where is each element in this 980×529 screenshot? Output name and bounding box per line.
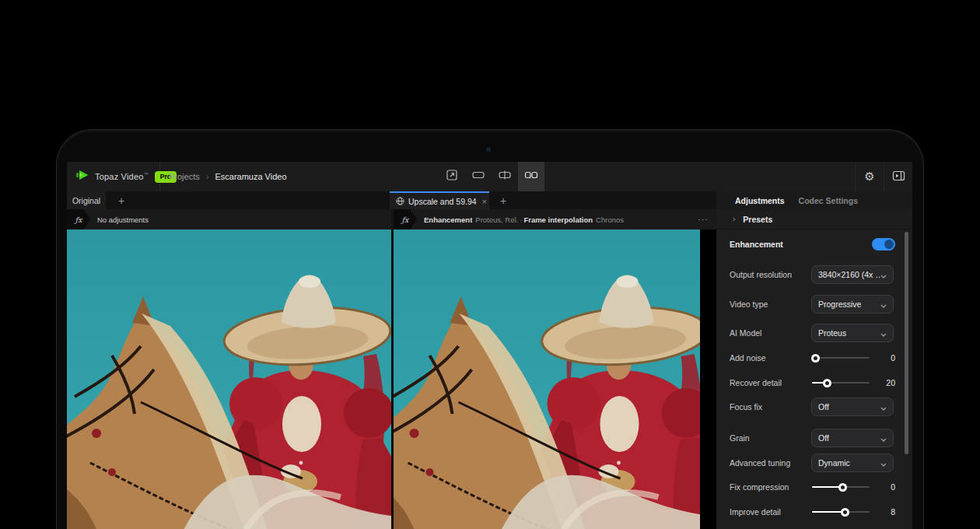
- dropdown-value: Off: [818, 433, 829, 443]
- control-label: Advanced tuning: [730, 458, 790, 468]
- control-label: Recover detail: [730, 378, 782, 387]
- enhancement-toggle[interactable]: [872, 238, 895, 250]
- fit-view-icon: [446, 169, 458, 184]
- breadcrumb-projects-link[interactable]: Projects: [169, 172, 200, 181]
- no-adjustments-label: No adjustments: [97, 215, 149, 224]
- panel-toggle-icon: [892, 170, 905, 184]
- close-tab-icon[interactable]: ×: [481, 197, 488, 206]
- add-tab-button-right[interactable]: +: [494, 191, 513, 209]
- ai-sphere-icon: [396, 194, 404, 208]
- chevron-down-icon: [880, 326, 887, 340]
- fit-view-button[interactable]: [439, 162, 465, 191]
- tab-original[interactable]: Original: [67, 191, 106, 209]
- control-label: AI Model: [730, 328, 761, 338]
- interpolation-filter-value: Chronos: [596, 215, 624, 224]
- dropdown-value: Proteus: [818, 328, 846, 338]
- original-filter-bar: ƒx No adjustments: [67, 209, 391, 229]
- export-panel-toggle-button[interactable]: [884, 162, 912, 191]
- fix-compression-slider[interactable]: [812, 478, 870, 496]
- app-logo: Topaz Video™ Pro: [67, 162, 160, 191]
- slider-thumb[interactable]: [811, 354, 820, 363]
- side-by-side-view-icon: [524, 170, 538, 184]
- focus-fix-row: Focus fix Off: [716, 398, 912, 416]
- original-video-preview[interactable]: [67, 229, 391, 529]
- content-area: Enhancement Output resolution 3840×2160 …: [67, 229, 912, 529]
- add-tab-button-left[interactable]: +: [112, 191, 131, 209]
- control-label: Focus fix: [730, 402, 762, 412]
- tabs-row: Original + Upscale and 59.94 × +: [67, 191, 912, 209]
- ai-model-row: AI Model Proteus: [716, 324, 912, 342]
- filter-row: ƒx No adjustments ƒx Enhancement Proteus…: [67, 209, 912, 229]
- brand-name: Topaz Video™: [95, 172, 149, 181]
- video-type-dropdown[interactable]: Progressive: [811, 295, 894, 314]
- output-resolution-row: Output resolution 3840×2160 (4x …: [716, 265, 912, 284]
- more-options-icon[interactable]: ···: [698, 215, 709, 224]
- video-letterbox: [700, 229, 716, 529]
- grain-row: Grain Off: [716, 429, 912, 447]
- recover-detail-slider[interactable]: [812, 373, 870, 392]
- side-by-side-view-button[interactable]: [518, 162, 544, 191]
- topaz-video-app-window: Topaz Video™ Pro Projects › Escaramuza V…: [67, 162, 912, 529]
- control-label: Grain: [730, 433, 750, 443]
- split-view-button[interactable]: [492, 162, 518, 191]
- enhancement-filter-value: Proteus, Rel.: [475, 215, 518, 224]
- fix-compression-row: Fix compression 0: [716, 478, 912, 496]
- tab-adjustments[interactable]: Adjustments: [735, 196, 785, 205]
- breadcrumb-separator-icon: ›: [206, 172, 209, 181]
- dropdown-value: Progressive: [818, 300, 861, 309]
- focus-fix-dropdown[interactable]: Off: [811, 398, 894, 416]
- panel-scrollbar[interactable]: [905, 232, 908, 454]
- interpolation-filter-label: Frame interpolation: [523, 215, 593, 224]
- enhancement-section-label: Enhancement: [730, 240, 783, 249]
- filter-separator-dot: ·: [520, 215, 522, 224]
- improve-detail-slider[interactable]: [812, 503, 870, 521]
- slider-value: 8: [870, 507, 895, 517]
- single-view-icon: [471, 170, 485, 184]
- add-noise-slider[interactable]: [812, 349, 870, 367]
- slider-value: 0: [870, 353, 895, 363]
- toggle-knob: [884, 240, 894, 249]
- fx-badge-icon: ƒx: [67, 209, 90, 229]
- play-logo-icon: [76, 170, 90, 184]
- ai-model-dropdown[interactable]: Proteus: [811, 324, 894, 342]
- split-view-icon: [498, 170, 512, 184]
- output-resolution-dropdown[interactable]: 3840×2160 (4x …: [811, 265, 894, 284]
- grain-dropdown[interactable]: Off: [811, 429, 894, 447]
- enhancement-toggle-row: Enhancement: [716, 235, 912, 254]
- enhancement-filter-label: Enhancement: [424, 215, 472, 224]
- slider-value: 20: [870, 378, 895, 387]
- improve-detail-row: Improve detail 8: [716, 503, 912, 521]
- slider-thumb[interactable]: [841, 508, 849, 517]
- tab-upscale-label: Upscale and 59.94: [408, 197, 477, 206]
- slider-thumb[interactable]: [838, 483, 847, 492]
- control-label: Video type: [730, 300, 768, 309]
- app-header: Topaz Video™ Pro Projects › Escaramuza V…: [67, 162, 912, 191]
- single-view-button[interactable]: [465, 162, 492, 191]
- breadcrumb-current-project: Escaramuza Video: [215, 172, 286, 181]
- recover-detail-row: Recover detail 20: [716, 373, 912, 392]
- control-label: Output resolution: [730, 270, 792, 279]
- advanced-tuning-row: Advanced tuning Dynamic: [716, 454, 912, 472]
- tab-upscale[interactable]: Upscale and 59.94 ×: [390, 191, 489, 209]
- backdrop: Topaz Video™ Pro Projects › Escaramuza V…: [0, 0, 980, 529]
- control-label: Fix compression: [730, 482, 789, 492]
- advanced-tuning-dropdown[interactable]: Dynamic: [811, 454, 894, 472]
- gear-icon: ⚙: [864, 170, 874, 184]
- video-type-row: Video type Progressive: [716, 295, 912, 314]
- enhanced-filter-bar: ƒx Enhancement Proteus, Rel. · Frame int…: [394, 209, 716, 229]
- tab-codec-settings[interactable]: Codec Settings: [799, 196, 858, 205]
- slider-thumb[interactable]: [823, 379, 831, 387]
- panel-tabs: Adjustments Codec Settings: [716, 191, 912, 209]
- settings-button[interactable]: ⚙: [856, 162, 884, 191]
- chevron-down-icon: [880, 268, 887, 282]
- enhanced-video-preview[interactable]: [394, 229, 700, 529]
- view-mode-switcher: [439, 162, 544, 191]
- dropdown-value: Off: [818, 402, 829, 412]
- laptop-frame: Topaz Video™ Pro Projects › Escaramuza V…: [56, 129, 924, 529]
- dropdown-value: Dynamic: [818, 458, 850, 468]
- chevron-down-icon: [880, 400, 887, 414]
- chevron-right-icon: ›: [733, 215, 735, 223]
- presets-section-header[interactable]: › Presets: [716, 209, 912, 229]
- chevron-down-icon: [880, 297, 887, 311]
- control-label: Add noise: [730, 353, 766, 363]
